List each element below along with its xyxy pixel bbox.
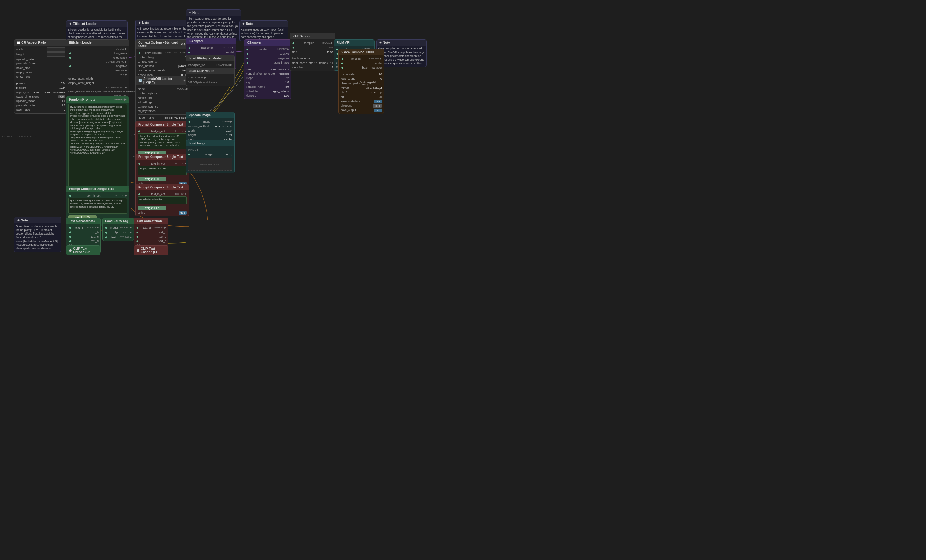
clip-text-encode-2-node[interactable]: ⬤ CLIP Text Encode (Pr: [134, 245, 168, 253]
note-body: KSampler uses an LCM model (sdxl, in thi…: [240, 27, 288, 41]
efficient-loader-node[interactable]: Efficient Loader MODEL ▶ ◀ lora_stack ◀ …: [66, 39, 129, 100]
version-info: 1.3.006 1.3 0 14 X: 14 Y: 64.10: [2, 135, 36, 138]
height-value: 1024: [59, 86, 65, 89]
efficient-loader-body: MODEL ▶ ◀ lora_stack ◀ cnet_stack CONDIT…: [67, 45, 129, 99]
film-vfi-header: FILM VFI: [334, 40, 374, 45]
weight-slider-2[interactable]: weight 1.30: [138, 177, 166, 181]
note-green-red: ✦ Note Green & red nodes are responsible…: [14, 217, 61, 252]
prompt-composer-2-body: ◀ text_in_opt text_out ▶ people, humans,…: [136, 160, 189, 187]
clip-text-encode-1-node[interactable]: ⬤ CLIP Text Encode (Pr: [66, 245, 101, 253]
video-combine-header: Video Combine ⚙⚙⚙⚙: [339, 49, 384, 55]
load-lora-tag-header: Load LoRA Tag: [103, 218, 133, 224]
cr-aspect-ratio-body: width height upscale_factor prescale_fac…: [15, 45, 67, 113]
width-output: ▶ width: [17, 82, 25, 85]
node-canvas: 1.3.006 1.3 0 14 X: 14 Y: 64.10 ✦ Effici…: [0, 0, 926, 560]
prompt-composer-1-text: blurry, blur, text, watermark, render, 3…: [138, 133, 187, 149]
load-lora-tag-body: ◀ model MODEL ▶ ◀ clip CLIP ▶ ◀ text STR…: [103, 224, 133, 241]
random-prompts-header: Random Prompts STRING ▶: [67, 96, 129, 103]
load-clip-vision-node[interactable]: Load CLIP Vision CLIP_VISION ▶ SD1.5-Cli…: [186, 68, 235, 86]
prompt-composer-1-header: Prompt Composer Single Text: [136, 121, 189, 127]
note-header: ✦ Note: [15, 217, 61, 223]
prompt-composer-main-text: light streaks swirling around in a vorte…: [68, 198, 127, 214]
cr-aspect-ratio-header: CR Aspect Ratio: [15, 40, 67, 45]
upscale-image-node[interactable]: Upscale Image ◀ image IMAGE ▶ upscale_me…: [186, 112, 235, 143]
vae-decode-node[interactable]: VAE Decode ◀ samples IMAGE ▶ ◀ vae tiled…: [290, 33, 335, 71]
note-icon: ✦: [379, 41, 381, 44]
text-concatenate-2-header: Text Concatenate: [134, 218, 168, 224]
note-header: ✦ Note: [186, 10, 241, 16]
random-prompts-text: city, architecture, architectural photog…: [68, 104, 127, 192]
weight-slider-3[interactable]: weight 1.17: [138, 206, 166, 210]
text-concatenate-1-header: Text Concatenate: [67, 218, 100, 224]
cr-aspect-ratio-checkbox[interactable]: [17, 41, 20, 44]
clip-vision-filename: SD1.5-ClipVision.safetensors: [188, 81, 216, 83]
upscale-image-body: ◀ image IMAGE ▶ upscale_methodnearest-ex…: [186, 118, 234, 143]
vae-decode-body: ◀ samples IMAGE ▶ ◀ vae tiledfalse batch…: [290, 39, 335, 71]
animatediff-loader-header: 🔄 AnimateDiff Loader [Legacy] ⚙⚙: [136, 76, 190, 85]
prompt-composer-main-header: Prompt Composer Single Text: [67, 186, 129, 192]
ksampler-body: ◀ model LATENT ▶ ◀ positive ◀ negative ◀…: [244, 45, 291, 99]
vae-decode-header: VAE Decode: [290, 33, 335, 39]
ksampler-header: KSampler: [244, 40, 291, 45]
ckpt-name-value: sdxc/Syntra/pixol.Altm0neStylized_releas…: [68, 91, 137, 93]
note-header: ✦ Note: [377, 40, 426, 45]
prompt-composer-3-node[interactable]: Prompt Composer Single Text ◀ text_in_op…: [135, 184, 189, 216]
prompt-composer-2-node[interactable]: Prompt Composer Single Text ◀ text_in_op…: [135, 154, 189, 187]
note-header: ✦ Efficient Loader: [67, 21, 127, 27]
cr-aspect-ratio-node[interactable]: CR Aspect Ratio width height upscale_fac…: [14, 39, 68, 113]
clip-icon-1: ⬤: [69, 249, 72, 252]
note-icon: ✦: [189, 11, 191, 15]
context-options-header: Context Options+Standard Static ⚙⚙⚙: [136, 40, 190, 49]
efficient-loader-header: Efficient Loader: [67, 40, 129, 45]
note-body: The IPAdapter group can be used for prov…: [186, 16, 241, 41]
ipadapter-header: IPAdapter: [186, 38, 236, 44]
video-combine-body: ◀ images Filenames ▶ ◀ audio ◀ batch_man…: [339, 55, 384, 113]
load-image-body: IMAGE ▶ ◀ image 51.png choose file to up…: [186, 146, 234, 173]
prompt-composer-2-header: Prompt Composer Single Text: [136, 154, 189, 160]
prompt-composer-2-text: people, humans, children: [138, 166, 187, 175]
active-toggle-3[interactable]: true: [179, 211, 187, 214]
load-clip-vision-header: Load CLIP Vision: [186, 68, 234, 74]
load-lora-tag-node[interactable]: Load LoRA Tag ◀ model MODEL ▶ ◀ clip CLI…: [102, 218, 134, 241]
prompt-composer-3-body: ◀ text_in_opt text_out ▶ unrealistic, an…: [136, 190, 189, 216]
note-icon: ✦: [17, 219, 20, 222]
note-icon: ✦: [69, 22, 71, 26]
upscale-image-header: Upscale Image: [186, 112, 234, 118]
load-ipadapter-model-header: Load IPAdapter Model: [186, 55, 234, 61]
load-image-node[interactable]: Load Image IMAGE ▶ ◀ image 51.png choose…: [186, 140, 235, 174]
lora-stack-port: ◀: [68, 51, 71, 55]
note-icon: ✦: [138, 21, 141, 24]
video-combine-icons: ⚙⚙⚙⚙: [366, 51, 374, 53]
note-ksampler: ✦ Note KSampler uses an LCM model (sdxl,…: [239, 20, 288, 41]
width-input[interactable]: [47, 47, 65, 51]
prompt-composer-3-header: Prompt Composer Single Text: [136, 184, 189, 190]
clip-icon-2: ⬤: [137, 249, 139, 252]
ksampler-node[interactable]: KSampler ◀ model LATENT ▶ ◀ positive ◀ n…: [244, 39, 291, 100]
clip-text-encode-2-header: ⬤ CLIP Text Encode (Pr: [134, 246, 168, 255]
clip-text-encode-1-header: ⬤ CLIP Text Encode (Pr: [67, 246, 100, 255]
note-header: ✦ Note: [240, 21, 288, 27]
prompt-composer-3-text: unrealistic, animation: [138, 196, 187, 204]
height-output: ▶ height: [17, 86, 26, 89]
note-body: Green & red nodes are responsible for th…: [15, 223, 61, 252]
cnet-stack-port: ◀: [68, 56, 71, 59]
load-image-preview[interactable]: choose file to upload: [188, 158, 232, 171]
video-combine-node[interactable]: Video Combine ⚙⚙⚙⚙ ◀ images Filenames ▶ …: [339, 49, 384, 114]
load-clip-vision-body: CLIP_VISION ▶ SD1.5-ClipVision.safetenso…: [186, 74, 234, 86]
note-icon: ✦: [242, 22, 245, 26]
load-image-header: Load Image: [186, 140, 234, 146]
height-input[interactable]: [47, 52, 65, 57]
note-ipadapter: ✦ Note The IPAdapter group can be used f…: [186, 9, 241, 41]
width-value: 1024: [59, 82, 65, 85]
